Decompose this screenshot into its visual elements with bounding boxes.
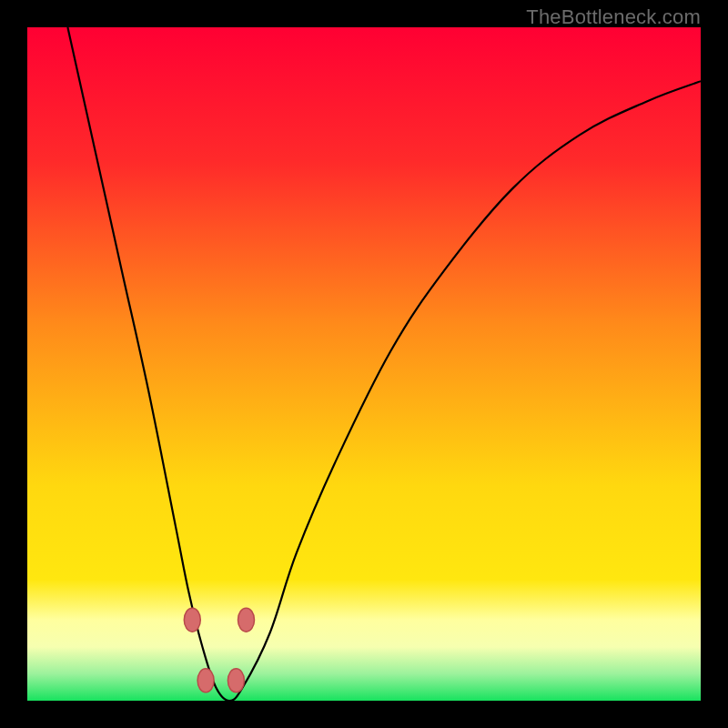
curve-marker <box>197 669 214 693</box>
chart-plot-area <box>27 27 701 701</box>
bottleneck-curve <box>27 27 701 701</box>
curve-markers <box>184 608 254 693</box>
watermark-text: TheBottleneck.com <box>526 5 701 29</box>
curve-marker <box>184 608 200 632</box>
curve-path <box>67 27 701 701</box>
curve-marker <box>228 669 244 693</box>
curve-marker <box>238 608 255 632</box>
